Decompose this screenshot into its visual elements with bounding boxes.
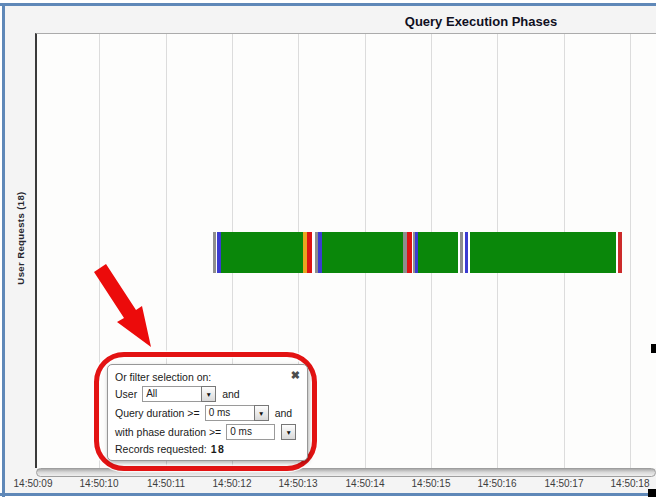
phase-duration-dropdown[interactable]: 0 ms ▼ <box>226 424 296 440</box>
phase-duration-filter-row: with phase duration >= 0 ms ▼ <box>115 424 299 440</box>
query-duration-label: Query duration >= <box>115 407 200 419</box>
x-tick-label: 14:50:11 <box>147 478 185 489</box>
user-filter-row: User All ▼ and <box>115 386 299 402</box>
user-dropdown[interactable]: All ▼ <box>142 386 216 402</box>
records-requested-value: 18 <box>211 443 226 455</box>
x-axis-labels: 14:50:0914:50:1014:50:1114:50:1214:50:13… <box>0 478 656 492</box>
and-text: and <box>275 407 293 419</box>
chevron-down-icon: ▼ <box>254 405 269 421</box>
x-tick-label: 14:50:14 <box>346 478 385 489</box>
user-label: User <box>115 388 137 400</box>
gridline <box>630 34 631 468</box>
popup-title: Or filter selection on: <box>115 371 211 383</box>
close-icon[interactable]: ✖ <box>291 369 300 382</box>
filter-popup: ✖ Or filter selection on: User All ▼ and… <box>107 364 308 461</box>
x-tick-label: 14:50:17 <box>545 478 584 489</box>
chevron-down-icon: ▼ <box>281 424 296 440</box>
window-border-left <box>2 3 5 497</box>
x-tick-label: 14:50:12 <box>213 478 252 489</box>
app-window: Query Execution Phases User Requests (18… <box>0 0 656 500</box>
x-tick-label: 14:50:13 <box>279 478 318 489</box>
chart-title: Query Execution Phases <box>405 14 557 29</box>
query-duration-filter-row: Query duration >= 0 ms ▼ and <box>115 405 299 421</box>
chevron-down-icon: ▼ <box>201 386 216 402</box>
window-border-top <box>0 3 656 6</box>
phase-duration-value: 0 ms <box>226 424 275 440</box>
user-dropdown-value: All <box>142 386 202 402</box>
window-border-bottom <box>0 493 656 496</box>
phase-duration-label: with phase duration >= <box>115 426 221 438</box>
phase-segment <box>618 232 622 273</box>
x-tick-label: 14:50:18 <box>611 478 650 489</box>
phase-segment <box>221 232 303 273</box>
phase-segment <box>470 232 616 273</box>
query-duration-value: 0 ms <box>205 405 255 421</box>
request-bar[interactable] <box>213 232 622 273</box>
records-requested-row: Records requested: 18 <box>115 443 299 455</box>
phase-segment <box>322 232 403 273</box>
records-requested-label: Records requested: <box>115 443 207 455</box>
phase-segment <box>418 232 458 273</box>
x-tick-label: 14:50:16 <box>478 478 517 489</box>
and-text: and <box>222 388 240 400</box>
x-tick-label: 14:50:09 <box>14 478 53 489</box>
black-mark-artifact <box>648 489 656 497</box>
popup-title-row: Or filter selection on: <box>115 371 299 383</box>
x-tick-label: 14:50:15 <box>412 478 451 489</box>
black-mark-artifact <box>651 344 656 353</box>
x-tick-label: 14:50:10 <box>80 478 119 489</box>
y-axis-label: User Requests (18) <box>15 191 26 284</box>
query-duration-dropdown[interactable]: 0 ms ▼ <box>205 405 269 421</box>
